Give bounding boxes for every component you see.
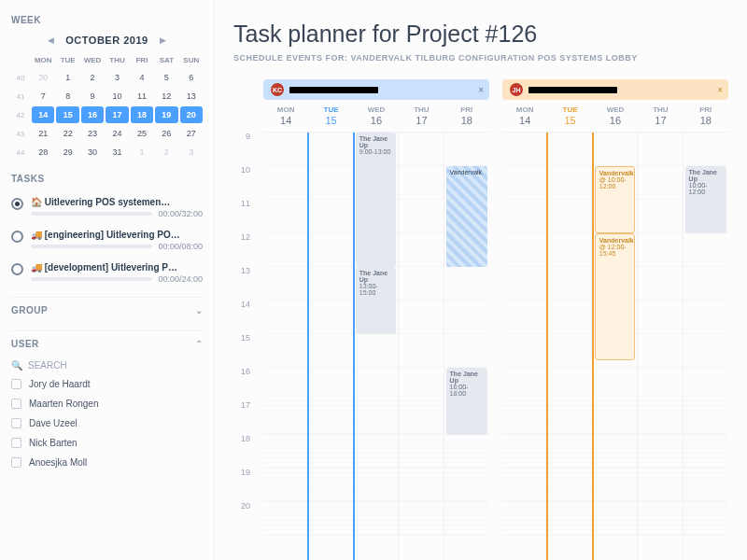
task-time: 00:00/32:00 bbox=[158, 209, 203, 218]
task-item[interactable]: 🚚 [development] Uitlevering P… 00:00/24:… bbox=[11, 257, 203, 289]
group-section[interactable]: GROUP ⌄ bbox=[11, 297, 203, 323]
day-column[interactable] bbox=[502, 133, 547, 560]
task-item[interactable]: 🚚 [engineering] Uitlevering PO… 00:00/08… bbox=[11, 224, 203, 257]
calendar-day[interactable]: 7 bbox=[32, 88, 54, 105]
calendar-day[interactable]: 3 bbox=[106, 69, 128, 86]
hour-label: 14 bbox=[233, 300, 254, 333]
radio-icon[interactable] bbox=[11, 231, 23, 243]
calendar-day[interactable]: 23 bbox=[81, 125, 104, 142]
user-item[interactable]: Anoesjka Moll bbox=[11, 453, 203, 472]
event-block[interactable]: The Jane Up 9:00-13:00 bbox=[356, 133, 396, 267]
checkbox-icon[interactable] bbox=[11, 399, 21, 409]
user-item[interactable]: Jory de Haardt bbox=[11, 374, 203, 394]
day-header: MON14 bbox=[263, 104, 308, 132]
grid-body[interactable]: Vandervalk @ 10:00-12:00 Vandervalk @ 12… bbox=[502, 132, 728, 560]
calendar-day[interactable]: 28 bbox=[32, 144, 54, 161]
grid-body[interactable]: The Jane Up 9:00-13:00 The Jane Up 13:00… bbox=[263, 132, 489, 560]
calendar-day[interactable]: 30 bbox=[32, 69, 54, 86]
lane-header[interactable]: JH × bbox=[502, 79, 728, 100]
close-icon[interactable]: × bbox=[478, 85, 484, 95]
calendar-day[interactable]: 21 bbox=[32, 125, 54, 142]
calendar-day[interactable]: 9 bbox=[81, 88, 104, 105]
event-block[interactable]: The Jane Up 10:00-12:00 bbox=[685, 166, 726, 233]
calendar-day[interactable]: 15 bbox=[56, 106, 78, 123]
calendar-day[interactable]: 4 bbox=[131, 69, 153, 86]
calendar-day[interactable]: 8 bbox=[56, 88, 78, 105]
user-search[interactable]: 🔍 SEARCH bbox=[11, 357, 203, 374]
calendar-week-num: 40 bbox=[11, 69, 30, 86]
hour-label: 19 bbox=[233, 468, 254, 501]
calendar-day[interactable]: 30 bbox=[81, 144, 104, 161]
calendar-day[interactable]: 11 bbox=[131, 88, 153, 105]
calendar-day[interactable]: 29 bbox=[56, 144, 78, 161]
task-name: 🏠 Uitlevering POS systemen… bbox=[31, 197, 203, 207]
calendar-day[interactable]: 6 bbox=[180, 69, 203, 86]
calendar-week-num: 41 bbox=[11, 88, 30, 105]
calendar-day[interactable]: 17 bbox=[106, 106, 128, 123]
day-column[interactable]: Vandervalk The Jane Up 16:00-18:00 bbox=[444, 133, 489, 560]
hour-label: 11 bbox=[233, 199, 254, 232]
calendar-day[interactable]: 1 bbox=[131, 144, 153, 161]
radio-icon[interactable] bbox=[11, 263, 23, 275]
chevron-up-icon: ⌃ bbox=[195, 339, 203, 349]
task-item[interactable]: 🏠 Uitlevering POS systemen… 00:00/32:00 bbox=[11, 191, 203, 224]
day-header: WED16 bbox=[593, 104, 638, 132]
calendar-day[interactable]: 13 bbox=[180, 88, 203, 105]
user-section[interactable]: USER ⌃ bbox=[11, 330, 203, 357]
day-column[interactable]: The Jane Up 9:00-13:00 The Jane Up 13:00… bbox=[354, 133, 399, 560]
event-block[interactable]: Vandervalk @ 12:00-15:45 bbox=[595, 233, 635, 360]
task-name: 🚚 [development] Uitlevering P… bbox=[31, 262, 203, 273]
calendar-day[interactable]: 27 bbox=[180, 125, 203, 142]
calendar-day[interactable]: 16 bbox=[81, 106, 104, 123]
calendar-day[interactable]: 24 bbox=[106, 125, 128, 142]
calendar-dow: FRI bbox=[131, 53, 153, 67]
calendar-day[interactable]: 31 bbox=[106, 144, 128, 161]
event-block[interactable]: Vandervalk bbox=[446, 166, 487, 267]
event-block[interactable]: Vandervalk @ 10:00-12:00 bbox=[595, 166, 635, 233]
calendar-day[interactable]: 5 bbox=[155, 69, 177, 86]
user-item[interactable]: Maarten Rongen bbox=[11, 394, 203, 413]
calendar-day[interactable]: 22 bbox=[56, 125, 78, 142]
users-list: Jory de Haardt Maarten Rongen Dave Uzeel… bbox=[11, 374, 203, 472]
checkbox-icon[interactable] bbox=[11, 438, 21, 448]
task-name: 🚚 [engineering] Uitlevering PO… bbox=[31, 230, 203, 240]
prev-month-icon[interactable]: ◀ bbox=[43, 33, 58, 48]
day-column[interactable] bbox=[638, 133, 683, 560]
calendar-day[interactable]: 19 bbox=[155, 106, 177, 123]
calendar-day[interactable]: 25 bbox=[131, 125, 153, 142]
radio-icon[interactable] bbox=[11, 198, 23, 210]
event-time: @ 10:00-12:00 bbox=[599, 176, 630, 189]
day-column[interactable] bbox=[263, 133, 308, 560]
day-column[interactable]: Vandervalk @ 10:00-12:00 Vandervalk @ 12… bbox=[593, 133, 638, 560]
calendar-day[interactable]: 12 bbox=[155, 88, 177, 105]
day-header: TUE15 bbox=[547, 104, 592, 132]
calendar-day[interactable]: 26 bbox=[155, 125, 177, 142]
checkbox-icon[interactable] bbox=[11, 379, 21, 389]
calendar-day[interactable]: 1 bbox=[56, 69, 78, 86]
event-time: @ 12:00-15:45 bbox=[599, 244, 630, 257]
day-column[interactable] bbox=[546, 133, 593, 560]
user-item[interactable]: Nick Barten bbox=[11, 433, 203, 453]
user-item[interactable]: Dave Uzeel bbox=[11, 413, 203, 433]
calendar-day[interactable]: 18 bbox=[131, 106, 153, 123]
search-icon: 🔍 bbox=[11, 360, 22, 371]
calendar-day[interactable]: 20 bbox=[180, 106, 203, 123]
day-column[interactable] bbox=[399, 133, 444, 560]
event-title: The Jane Up bbox=[359, 270, 392, 283]
day-column[interactable]: The Jane Up 10:00-12:00 bbox=[684, 133, 728, 560]
next-month-icon[interactable]: ▶ bbox=[156, 33, 171, 48]
calendar-day[interactable]: 3 bbox=[180, 144, 203, 161]
checkbox-icon[interactable] bbox=[11, 457, 21, 468]
hour-label: 9 bbox=[233, 132, 254, 165]
lane-header[interactable]: KC × bbox=[263, 79, 489, 100]
day-column[interactable] bbox=[307, 133, 354, 560]
event-block[interactable]: The Jane Up 13:00-15:00 bbox=[356, 267, 396, 334]
checkbox-icon[interactable] bbox=[11, 418, 21, 428]
calendar-day[interactable]: 10 bbox=[106, 88, 128, 105]
calendar-day[interactable]: 2 bbox=[155, 144, 177, 161]
event-block[interactable]: The Jane Up 16:00-18:00 bbox=[446, 368, 487, 435]
calendar-day[interactable]: 14 bbox=[32, 106, 54, 123]
event-title: Vandervalk bbox=[599, 170, 630, 176]
calendar-day[interactable]: 2 bbox=[81, 69, 104, 86]
close-icon[interactable]: × bbox=[717, 85, 723, 95]
